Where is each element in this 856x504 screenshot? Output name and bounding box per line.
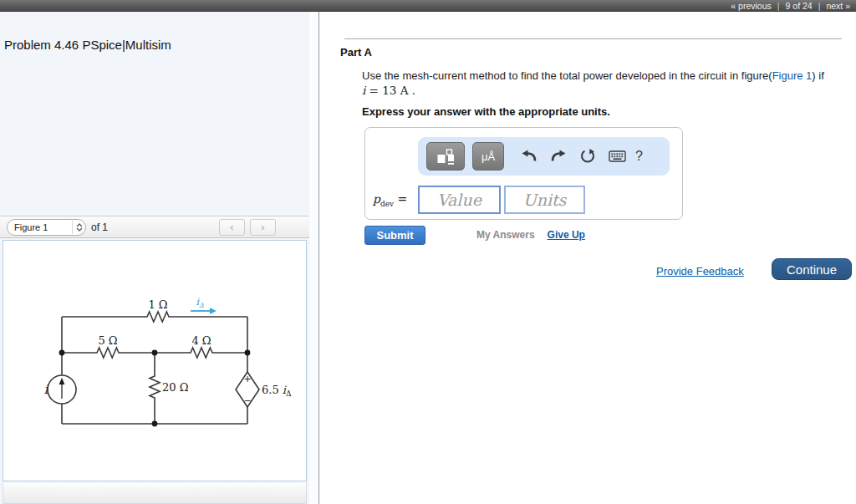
circuit-wires	[48, 312, 259, 424]
submit-row: Submit My Answers Give Up	[364, 225, 699, 245]
resistor-20ohm	[150, 374, 160, 400]
assignment-position: 9 of 24	[786, 1, 813, 11]
undo-button[interactable]	[518, 145, 540, 167]
circuit-labels: 1 Ω 5 Ω 4 Ω 20 Ω i 6.5 iΔ iΔ + −	[44, 296, 292, 406]
page: « previous | 9 of 24 | next » Problem 4.…	[0, 0, 856, 504]
reset-button[interactable]	[577, 145, 599, 167]
select-stepper-icon	[72, 221, 85, 234]
answer-template-button[interactable]	[426, 142, 465, 171]
label-20ohm: 20 Ω	[162, 381, 188, 394]
figure-footer-bar	[3, 483, 307, 504]
figure-link[interactable]: Figure 1	[772, 69, 813, 82]
label-1ohm: 1 Ω	[148, 298, 167, 311]
nav-separator: |	[777, 1, 780, 11]
resistor-5ohm	[94, 348, 121, 358]
equals-sign: =	[398, 192, 408, 206]
panel-scrollbar[interactable]	[309, 12, 319, 504]
label-4ohm: 4 Ω	[191, 334, 211, 347]
answer-variable-label: pdev =	[371, 192, 418, 208]
figure-select-value: Figure 1	[8, 222, 72, 232]
figure-next-button[interactable]: ›	[250, 219, 276, 236]
statement-text: Use the mesh-current method to find the …	[362, 69, 772, 82]
units-template-button[interactable]: μÅ	[472, 142, 504, 171]
statement-text-end: ) if	[812, 69, 823, 82]
help-button[interactable]: ?	[635, 149, 643, 164]
dep-minus-sign: −	[243, 395, 251, 406]
page-title: Problem 4.46 PSpice|Multisim	[4, 38, 171, 52]
nav-separator: |	[818, 1, 821, 11]
part-heading: Part A	[340, 46, 372, 59]
figure-count-label: of 1	[91, 221, 108, 233]
units-input[interactable]	[504, 186, 585, 214]
redo-icon	[550, 150, 567, 163]
value-input[interactable]	[418, 186, 501, 214]
units-template-icon: μÅ	[482, 150, 495, 163]
undo-icon	[521, 150, 538, 163]
keyboard-icon	[609, 150, 626, 162]
answer-template-icon	[436, 147, 456, 165]
reset-icon	[580, 149, 595, 164]
submit-button[interactable]: Submit	[364, 226, 425, 245]
give-up-link[interactable]: Give Up	[548, 229, 585, 241]
label-5ohm: 5 Ω	[98, 334, 117, 347]
answer-instruction: Express your answer with the appropriate…	[362, 105, 610, 118]
next-link[interactable]: next »	[826, 1, 850, 11]
dep-plus-sign: +	[243, 374, 251, 384]
figure-nav: ‹ ›	[219, 219, 309, 236]
problem-panel: Problem 4.46 PSpice|Multisim Figure 1 of…	[0, 12, 309, 504]
resistor-1ohm	[145, 312, 171, 322]
problem-statement: Use the mesh-current method to find the …	[362, 69, 843, 83]
section-divider	[344, 38, 842, 39]
answer-panel: Part A Use the mesh-current method to fi…	[320, 12, 856, 504]
footer-row: Provide Feedback Continue	[320, 258, 856, 283]
figure-toolbar: Figure 1 of 1 ‹ ›	[0, 216, 309, 238]
answer-variable-sub: dev	[380, 199, 394, 207]
resistor-4ohm	[188, 348, 215, 358]
label-dep-source: 6.5 iΔ	[262, 384, 292, 398]
my-answers-label: My Answers	[476, 229, 535, 241]
answer-input-row: pdev =	[371, 185, 677, 215]
label-delta-current: iΔ	[196, 296, 204, 309]
equation-value: = 13 A .	[365, 84, 415, 97]
equation-toolbar: μÅ	[418, 137, 670, 176]
answer-variable: p	[373, 192, 380, 206]
keyboard-button[interactable]	[606, 145, 628, 167]
figure-canvas: 1 Ω 5 Ω 4 Ω 20 Ω i 6.5 iΔ iΔ + −	[3, 240, 307, 481]
top-nav-bar: « previous | 9 of 24 | next »	[0, 0, 856, 12]
answer-box: μÅ	[364, 127, 683, 220]
redo-button[interactable]	[548, 145, 569, 167]
figure-prev-button[interactable]: ‹	[219, 219, 245, 236]
provide-feedback-link[interactable]: Provide Feedback	[656, 265, 744, 277]
continue-button[interactable]: Continue	[772, 258, 852, 280]
previous-link[interactable]: « previous	[731, 1, 771, 11]
circuit-diagram: 1 Ω 5 Ω 4 Ω 20 Ω i 6.5 iΔ iΔ + −	[22, 285, 306, 444]
given-equation: i = 13 A .	[362, 84, 415, 97]
figure-select[interactable]: Figure 1	[7, 219, 86, 236]
